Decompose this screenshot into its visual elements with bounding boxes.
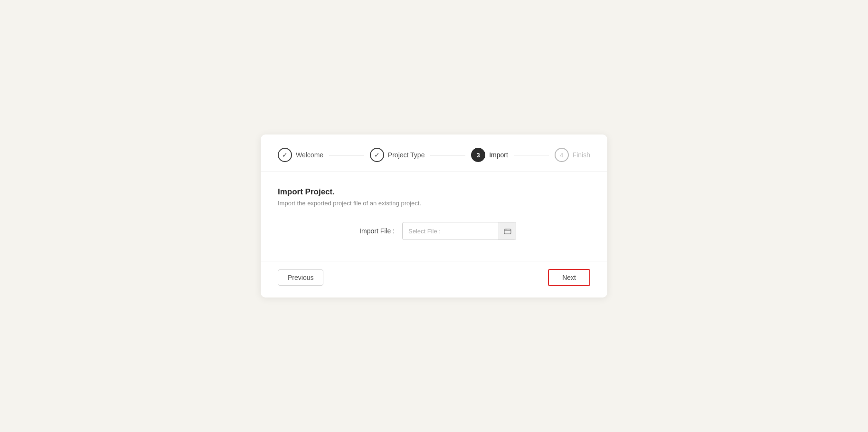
step-welcome: ✓ Welcome bbox=[278, 148, 323, 162]
file-input-placeholder: Select File : bbox=[403, 224, 499, 239]
step-project-type: ✓ Project Type bbox=[370, 148, 425, 162]
import-file-row: Import File : Select File : bbox=[278, 222, 590, 240]
file-browse-button[interactable] bbox=[499, 222, 516, 240]
step-circle-welcome: ✓ bbox=[278, 148, 292, 162]
step-circle-import: 3 bbox=[471, 148, 485, 162]
next-button[interactable]: Next bbox=[548, 269, 590, 286]
file-input-wrapper[interactable]: Select File : bbox=[402, 222, 516, 240]
wizard-body: Import Project. Import the exported proj… bbox=[261, 172, 607, 261]
step-label-import: Import bbox=[489, 151, 508, 159]
connector-1 bbox=[329, 155, 364, 155]
checkmark-icon-welcome: ✓ bbox=[282, 151, 288, 159]
step-label-welcome: Welcome bbox=[296, 151, 323, 159]
connector-2 bbox=[430, 155, 465, 155]
section-title: Import Project. bbox=[278, 187, 590, 197]
step-circle-finish: 4 bbox=[555, 148, 569, 162]
step-import: 3 Import bbox=[471, 148, 508, 162]
import-file-label: Import File : bbox=[352, 227, 395, 235]
step-label-project-type: Project Type bbox=[388, 151, 425, 159]
connector-3 bbox=[514, 155, 549, 155]
step-number-finish: 4 bbox=[560, 152, 563, 159]
section-description: Import the exported project file of an e… bbox=[278, 200, 590, 207]
wizard-stepper: ✓ Welcome ✓ Project Type 3 Import 4 F bbox=[261, 134, 607, 172]
wizard-card: ✓ Welcome ✓ Project Type 3 Import 4 F bbox=[261, 134, 607, 298]
step-finish: 4 Finish bbox=[555, 148, 590, 162]
checkmark-icon-project-type: ✓ bbox=[374, 151, 380, 159]
previous-button[interactable]: Previous bbox=[278, 269, 323, 286]
step-label-finish: Finish bbox=[573, 151, 590, 159]
folder-icon bbox=[504, 227, 511, 235]
wizard-footer: Previous Next bbox=[261, 261, 607, 298]
step-circle-project-type: ✓ bbox=[370, 148, 384, 162]
step-number-import: 3 bbox=[477, 152, 480, 159]
